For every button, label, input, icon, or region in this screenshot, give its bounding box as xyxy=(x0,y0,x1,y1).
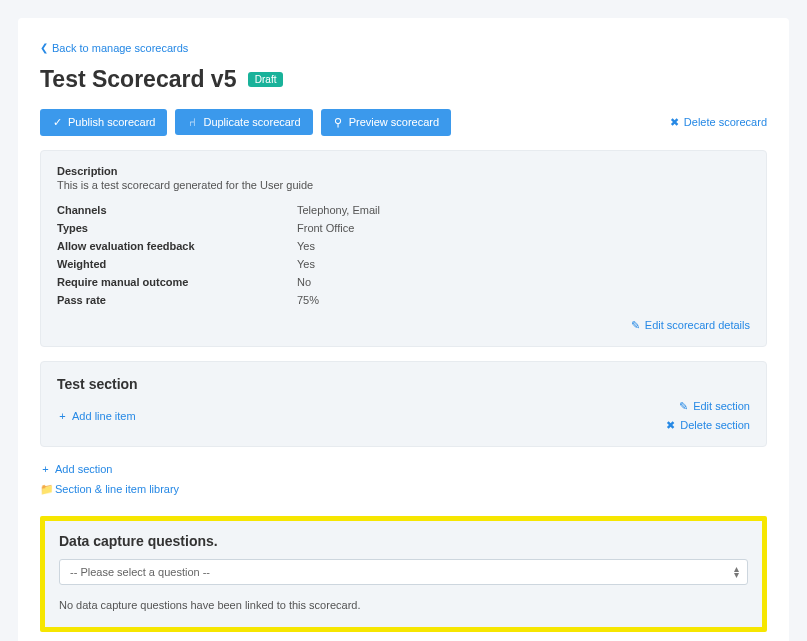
duplicate-icon: ⑁ xyxy=(187,116,198,128)
close-icon: ✖ xyxy=(669,116,680,129)
page-title: Test Scorecard v5 xyxy=(40,66,236,93)
library-link[interactable]: 📁 Section & line item library xyxy=(40,483,179,496)
detail-label: Pass rate xyxy=(57,294,297,306)
detail-row-passrate: Pass rate 75% xyxy=(57,291,750,309)
edit-section-label: Edit section xyxy=(693,400,750,412)
add-section-link[interactable]: + Add section xyxy=(40,463,112,475)
library-icon: 📁 xyxy=(40,483,51,496)
chevron-updown-icon: ▴▾ xyxy=(734,566,739,578)
details-panel-actions: ✎ Edit scorecard details xyxy=(57,319,750,332)
plus-icon: + xyxy=(40,463,51,475)
detail-row-manual: Require manual outcome No xyxy=(57,273,750,291)
question-select[interactable]: -- Please select a question -- ▴▾ xyxy=(59,559,748,585)
delete-section-label: Delete section xyxy=(680,419,750,431)
below-links: + Add section 📁 Section & line item libr… xyxy=(40,463,767,496)
delete-scorecard-label: Delete scorecard xyxy=(684,116,767,128)
add-section-label: Add section xyxy=(55,463,112,475)
detail-label: Allow evaluation feedback xyxy=(57,240,297,252)
back-link[interactable]: ❮ Back to manage scorecards xyxy=(40,42,188,54)
detail-label: Require manual outcome xyxy=(57,276,297,288)
detail-label: Types xyxy=(57,222,297,234)
description-label: Description xyxy=(57,165,750,177)
check-icon: ✓ xyxy=(52,116,63,129)
edit-details-link[interactable]: ✎ Edit scorecard details xyxy=(630,319,750,332)
detail-label: Channels xyxy=(57,204,297,216)
toolbar: ✓ Publish scorecard ⑁ Duplicate scorecar… xyxy=(40,109,767,136)
pencil-icon: ✎ xyxy=(630,319,641,332)
add-line-item-link[interactable]: + Add line item xyxy=(57,410,136,422)
section-right-actions: ✎ Edit section ✖ Delete section xyxy=(665,400,750,432)
scorecard-card: ❮ Back to manage scorecards Test Scoreca… xyxy=(18,18,789,641)
details-panel: Description This is a test scorecard gen… xyxy=(40,150,767,347)
section-title: Test section xyxy=(57,376,750,392)
library-label: Section & line item library xyxy=(55,483,179,495)
detail-row-weighted: Weighted Yes xyxy=(57,255,750,273)
question-select-placeholder: -- Please select a question -- xyxy=(70,566,210,578)
back-link-label: Back to manage scorecards xyxy=(52,42,188,54)
pencil-icon: ✎ xyxy=(678,400,689,413)
duplicate-button[interactable]: ⑁ Duplicate scorecard xyxy=(175,109,312,135)
detail-label: Weighted xyxy=(57,258,297,270)
detail-row-types: Types Front Office xyxy=(57,219,750,237)
section-panel: Test section + Add line item ✎ Edit sect… xyxy=(40,361,767,447)
publish-label: Publish scorecard xyxy=(68,116,155,128)
close-icon: ✖ xyxy=(665,419,676,432)
detail-value: Yes xyxy=(297,240,315,252)
edit-details-label: Edit scorecard details xyxy=(645,319,750,331)
add-line-item-label: Add line item xyxy=(72,410,136,422)
detail-row-feedback: Allow evaluation feedback Yes xyxy=(57,237,750,255)
delete-scorecard-link[interactable]: ✖ Delete scorecard xyxy=(669,116,767,129)
chevron-left-icon: ❮ xyxy=(40,42,48,53)
edit-section-link[interactable]: ✎ Edit section xyxy=(678,400,750,413)
preview-label: Preview scorecard xyxy=(349,116,439,128)
status-badge: Draft xyxy=(248,72,284,87)
data-capture-empty: No data capture questions have been link… xyxy=(59,599,748,611)
detail-value: Front Office xyxy=(297,222,354,234)
preview-button[interactable]: ⚲ Preview scorecard xyxy=(321,109,451,136)
detail-value: 75% xyxy=(297,294,319,306)
data-capture-title: Data capture questions. xyxy=(59,533,748,549)
search-icon: ⚲ xyxy=(333,116,344,129)
plus-icon: + xyxy=(57,410,68,422)
description-text: This is a test scorecard generated for t… xyxy=(57,179,750,191)
data-capture-panel: Data capture questions. -- Please select… xyxy=(40,516,767,632)
detail-value: Telephony, Email xyxy=(297,204,380,216)
detail-row-channels: Channels Telephony, Email xyxy=(57,201,750,219)
detail-value: Yes xyxy=(297,258,315,270)
title-row: Test Scorecard v5 Draft xyxy=(40,66,767,93)
delete-section-link[interactable]: ✖ Delete section xyxy=(665,419,750,432)
section-actions-row: + Add line item ✎ Edit section ✖ Delete … xyxy=(57,400,750,432)
duplicate-label: Duplicate scorecard xyxy=(203,116,300,128)
publish-button[interactable]: ✓ Publish scorecard xyxy=(40,109,167,136)
detail-value: No xyxy=(297,276,311,288)
